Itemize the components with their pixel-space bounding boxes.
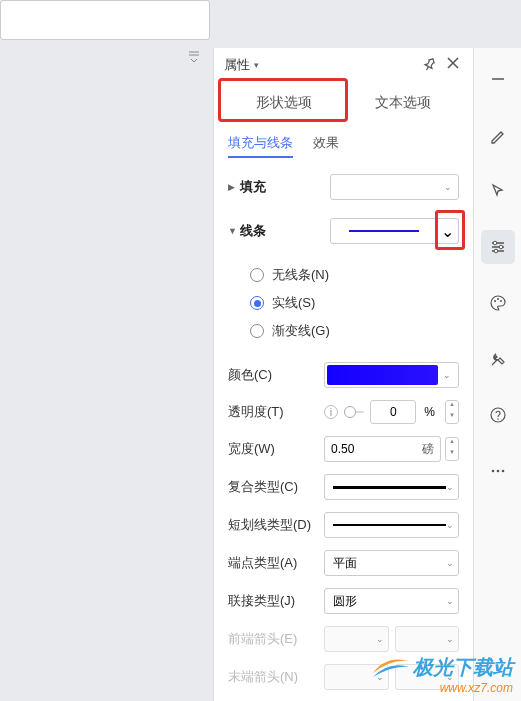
chevron-down-icon: ⌄	[446, 520, 454, 530]
radio-label: 无线条(N)	[272, 266, 329, 284]
svg-point-5	[500, 300, 502, 302]
opacity-label: 透明度(T)	[228, 403, 324, 421]
dash-preview	[333, 524, 446, 526]
dash-row: 短划线类型(D) ⌄	[214, 506, 473, 544]
option-tabs: 形状选项 文本选项	[224, 84, 463, 122]
radio-solid-line[interactable]: 实线(S)	[250, 294, 459, 312]
tab-shape-options[interactable]: 形状选项	[224, 84, 344, 122]
svg-point-8	[491, 470, 494, 473]
color-dropdown[interactable]: ⌄	[324, 362, 459, 388]
dash-label: 短划线类型(D)	[228, 516, 324, 534]
line-type-radios: 无线条(N) 实线(S) 渐变线(G)	[214, 250, 473, 356]
color-swatch	[327, 365, 438, 385]
subtab-effects[interactable]: 效果	[313, 134, 339, 158]
chevron-down-icon: ⌄	[446, 558, 454, 568]
slider-thumb[interactable]	[344, 406, 356, 418]
watermark-swoosh-icon	[371, 653, 411, 683]
radio-label: 渐变线(G)	[272, 322, 330, 340]
svg-point-2	[494, 249, 498, 253]
close-icon[interactable]	[447, 57, 463, 73]
svg-point-1	[499, 245, 503, 249]
cap-row: 端点类型(A) 平面 ⌄	[214, 544, 473, 582]
color-label: 颜色(C)	[228, 366, 324, 384]
opacity-slider[interactable]	[344, 405, 364, 419]
more-icon[interactable]	[481, 454, 515, 488]
cap-label: 端点类型(A)	[228, 554, 324, 572]
svg-point-6	[491, 408, 505, 422]
pin-icon[interactable]	[423, 57, 439, 73]
sliders-icon[interactable]	[481, 230, 515, 264]
opacity-spinner[interactable]: ▲▼	[445, 400, 459, 424]
watermark-title: 极光下载站	[413, 654, 513, 681]
svg-point-7	[497, 418, 499, 420]
cap-value: 平面	[333, 555, 357, 572]
line-section: ▼ 线条 ⌄	[214, 208, 473, 250]
width-unit: 磅	[422, 441, 434, 458]
chevron-down-icon: ⌄	[376, 634, 384, 644]
fill-label: 填充	[240, 178, 330, 196]
chevron-down-icon: ⌄	[446, 634, 454, 644]
help-icon[interactable]	[481, 398, 515, 432]
chevron-down-icon[interactable]: ▾	[254, 60, 259, 70]
arrow-end-label: 末端箭头(N)	[228, 668, 324, 686]
tab-text-options[interactable]: 文本选项	[344, 84, 464, 122]
fill-swatch-dropdown[interactable]: ⌄	[330, 174, 459, 200]
arrow-start-row: 前端箭头(E) ⌄ ⌄	[214, 620, 473, 658]
line-label: 线条	[240, 222, 330, 240]
minus-icon[interactable]	[481, 62, 515, 96]
arrow-start-type-dropdown: ⌄	[324, 626, 389, 652]
panel-title: 属性	[224, 56, 250, 74]
collapse-triangle-icon[interactable]: ▶	[228, 182, 240, 192]
arrow-start-size-dropdown: ⌄	[395, 626, 460, 652]
width-input-wrap: 磅	[324, 436, 441, 462]
chevron-down-icon: ⌄	[446, 596, 454, 606]
compound-row: 复合类型(C) ⌄	[214, 468, 473, 506]
panel-header: 属性 ▾	[214, 48, 473, 80]
compound-dropdown[interactable]: ⌄	[324, 474, 459, 500]
sub-tabs: 填充与线条 效果	[214, 122, 473, 164]
properties-panel: 属性 ▾ 形状选项 文本选项 填充与线条 效果 ▶ 填充 ⌄ ▼ 线条 ⌄ 无线…	[213, 48, 473, 701]
radio-icon	[250, 324, 264, 338]
svg-point-0	[493, 241, 497, 245]
join-row: 联接类型(J) 圆形 ⌄	[214, 582, 473, 620]
line-style-dropdown-button[interactable]: ⌄	[437, 218, 459, 244]
radio-icon	[250, 296, 264, 310]
tools-icon[interactable]	[481, 342, 515, 376]
svg-point-3	[494, 300, 496, 302]
pen-icon[interactable]	[481, 118, 515, 152]
compound-preview	[333, 486, 446, 489]
radio-no-line[interactable]: 无线条(N)	[250, 266, 459, 284]
radio-icon	[250, 268, 264, 282]
collapse-handle-icon[interactable]	[188, 50, 200, 70]
watermark-url: www.xz7.com	[413, 681, 513, 695]
join-dropdown[interactable]: 圆形 ⌄	[324, 588, 459, 614]
chevron-down-icon: ⌄	[446, 482, 454, 492]
line-style-preview[interactable]	[330, 218, 437, 244]
canvas-area[interactable]	[0, 0, 210, 40]
dash-dropdown[interactable]: ⌄	[324, 512, 459, 538]
width-spinner[interactable]: ▲▼	[445, 437, 459, 461]
join-label: 联接类型(J)	[228, 592, 324, 610]
color-row: 颜色(C) ⌄	[214, 356, 473, 394]
chevron-down-icon: ⌄	[444, 182, 452, 192]
radio-gradient-line[interactable]: 渐变线(G)	[250, 322, 459, 340]
chevron-down-icon: ⌄	[441, 222, 454, 241]
join-value: 圆形	[333, 593, 357, 610]
expand-triangle-icon[interactable]: ▼	[228, 226, 240, 236]
cursor-icon[interactable]	[481, 174, 515, 208]
palette-icon[interactable]	[481, 286, 515, 320]
opacity-row: 透明度(T) i % ▲▼	[214, 394, 473, 430]
subtab-fill-line[interactable]: 填充与线条	[228, 134, 293, 158]
width-input[interactable]	[331, 442, 422, 456]
radio-label: 实线(S)	[272, 294, 315, 312]
svg-point-10	[501, 470, 504, 473]
opacity-unit: %	[424, 405, 435, 419]
cap-dropdown[interactable]: 平面 ⌄	[324, 550, 459, 576]
info-icon[interactable]: i	[324, 405, 338, 419]
fill-section: ▶ 填充 ⌄	[214, 164, 473, 208]
width-label: 宽度(W)	[228, 440, 324, 458]
width-row: 宽度(W) 磅 ▲▼	[214, 430, 473, 468]
opacity-input[interactable]	[370, 400, 416, 424]
chevron-down-icon: ⌄	[438, 370, 456, 380]
compound-label: 复合类型(C)	[228, 478, 324, 496]
